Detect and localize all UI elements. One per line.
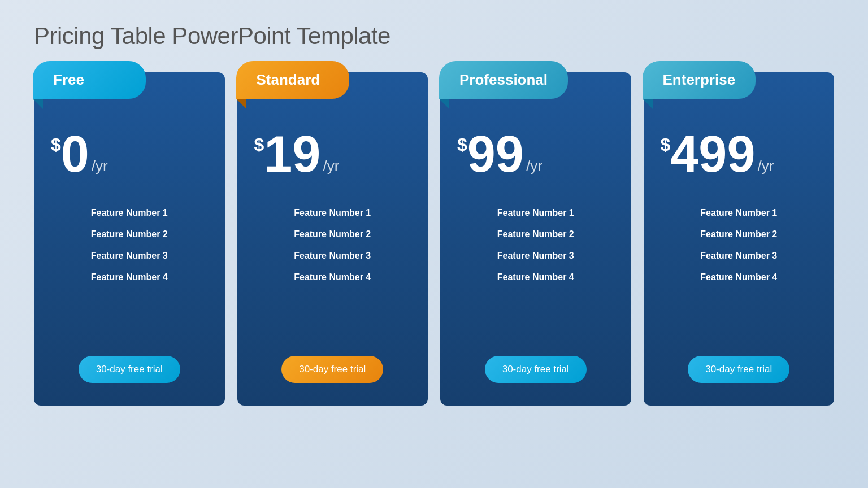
price-dollar-enterprise: $: [661, 136, 671, 154]
features-professional: Feature Number 1 Feature Number 2 Featur…: [440, 191, 631, 345]
feature-free-3: Feature Number 3: [51, 245, 208, 267]
price-period-free: /yr: [92, 158, 108, 175]
feature-professional-2: Feature Number 2: [457, 224, 614, 245]
plan-card-professional: Professional $ 99 /yr Feature Number 1 F…: [440, 72, 631, 406]
cta-button-standard[interactable]: 30-day free trial: [281, 356, 383, 383]
plan-card-free: Free $ 0 /yr Feature Number 1 Feature Nu…: [34, 72, 225, 406]
feature-professional-1: Feature Number 1: [457, 202, 614, 224]
plan-label-free: Free: [33, 61, 146, 99]
price-section-free: $ 0 /yr: [34, 112, 225, 191]
price-amount-professional: 99: [467, 129, 524, 180]
cta-section-standard: 30-day free trial: [237, 345, 428, 389]
card-header-standard: Standard: [237, 72, 428, 112]
card-header-free: Free: [34, 72, 225, 112]
price-amount-free: 0: [61, 129, 89, 180]
label-fold-standard: [236, 99, 246, 109]
plan-card-standard: Standard $ 19 /yr Feature Number 1 Featu…: [237, 72, 428, 406]
feature-free-2: Feature Number 2: [51, 224, 208, 245]
price-period-enterprise: /yr: [757, 158, 774, 175]
page-title: Pricing Table PowerPoint Template: [34, 23, 834, 50]
price-dollar-standard: $: [254, 136, 264, 154]
feature-professional-4: Feature Number 4: [457, 267, 614, 288]
price-section-enterprise: $ 499 /yr: [644, 112, 835, 191]
plan-label-enterprise: Enterprise: [643, 61, 756, 99]
cta-button-professional[interactable]: 30-day free trial: [485, 356, 587, 383]
feature-free-1: Feature Number 1: [51, 202, 208, 224]
cta-section-enterprise: 30-day free trial: [644, 345, 835, 389]
cta-section-professional: 30-day free trial: [440, 345, 631, 389]
label-fold-enterprise: [643, 99, 653, 109]
feature-free-4: Feature Number 4: [51, 267, 208, 288]
price-dollar-professional: $: [457, 136, 467, 154]
feature-standard-2: Feature Number 2: [254, 224, 411, 245]
feature-enterprise-4: Feature Number 4: [661, 267, 818, 288]
pricing-cards-container: Free $ 0 /yr Feature Number 1 Feature Nu…: [34, 72, 834, 406]
feature-enterprise-1: Feature Number 1: [661, 202, 818, 224]
label-fold-free: [33, 99, 43, 109]
label-fold-professional: [439, 99, 449, 109]
price-period-professional: /yr: [526, 158, 542, 175]
features-enterprise: Feature Number 1 Feature Number 2 Featur…: [644, 191, 835, 345]
feature-enterprise-2: Feature Number 2: [661, 224, 818, 245]
card-header-enterprise: Enterprise: [644, 72, 835, 112]
price-section-professional: $ 99 /yr: [440, 112, 631, 191]
cta-section-free: 30-day free trial: [34, 345, 225, 389]
cta-button-enterprise[interactable]: 30-day free trial: [688, 356, 789, 383]
plan-label-standard: Standard: [236, 61, 349, 99]
features-standard: Feature Number 1 Feature Number 2 Featur…: [237, 191, 428, 345]
price-amount-enterprise: 499: [670, 129, 755, 180]
feature-enterprise-3: Feature Number 3: [661, 245, 818, 267]
feature-professional-3: Feature Number 3: [457, 245, 614, 267]
feature-standard-4: Feature Number 4: [254, 267, 411, 288]
plan-label-professional: Professional: [439, 61, 568, 99]
features-free: Feature Number 1 Feature Number 2 Featur…: [34, 191, 225, 345]
card-header-professional: Professional: [440, 72, 631, 112]
feature-standard-1: Feature Number 1: [254, 202, 411, 224]
cta-button-free[interactable]: 30-day free trial: [79, 356, 180, 383]
price-period-standard: /yr: [323, 158, 339, 175]
price-amount-standard: 19: [264, 129, 320, 180]
plan-card-enterprise: Enterprise $ 499 /yr Feature Number 1 Fe…: [644, 72, 835, 406]
price-dollar-free: $: [51, 136, 61, 154]
price-section-standard: $ 19 /yr: [237, 112, 428, 191]
feature-standard-3: Feature Number 3: [254, 245, 411, 267]
